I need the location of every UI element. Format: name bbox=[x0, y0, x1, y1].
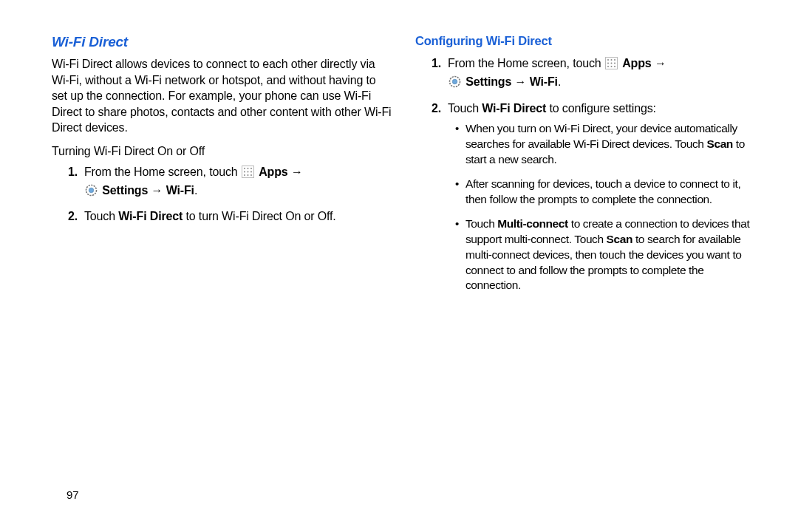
subsection-turning-on-off: Turning Wi-Fi Direct On or Off bbox=[52, 143, 392, 160]
svg-point-23 bbox=[452, 80, 457, 84]
bullet-text: Touch bbox=[466, 217, 497, 230]
bullet-text: When you turn on Wi-Fi Direct, your devi… bbox=[466, 122, 737, 150]
steps-list-left: 1. From the Home screen, touch Apps → Se… bbox=[52, 164, 392, 225]
svg-point-20 bbox=[610, 66, 612, 67]
wifi-direct-bold: Wi-Fi Direct bbox=[118, 210, 183, 222]
svg-point-15 bbox=[614, 59, 615, 61]
period: . bbox=[558, 75, 561, 88]
arrow-icon: → bbox=[655, 57, 666, 69]
svg-point-2 bbox=[247, 168, 248, 169]
wifi-label: Wi-Fi bbox=[166, 184, 194, 197]
section-heading-configuring: Configuring Wi-Fi Direct bbox=[415, 34, 755, 48]
svg-point-1 bbox=[244, 168, 245, 169]
arrow-icon: → bbox=[151, 184, 163, 197]
svg-point-18 bbox=[614, 63, 615, 64]
settings-label: Settings bbox=[466, 75, 511, 88]
svg-point-17 bbox=[610, 63, 612, 64]
step-2: 2. Touch Wi-Fi Direct to configure setti… bbox=[432, 100, 755, 294]
apps-label: Apps bbox=[622, 57, 651, 69]
bullet-text: After scanning for devices, touch a devi… bbox=[466, 177, 740, 205]
step-text: From the Home screen, touch bbox=[84, 166, 241, 178]
settings-label: Settings bbox=[102, 184, 148, 197]
bullet-item: After scanning for devices, touch a devi… bbox=[455, 177, 755, 208]
page-number: 97 bbox=[66, 488, 79, 501]
apps-grid-icon bbox=[605, 57, 618, 74]
scan-bold: Scan bbox=[607, 233, 632, 245]
scan-bold: Scan bbox=[706, 137, 732, 150]
arrow-icon: → bbox=[291, 166, 303, 178]
bullet-item: When you turn on Wi-Fi Direct, your devi… bbox=[455, 121, 755, 168]
svg-point-4 bbox=[244, 171, 245, 172]
step-number: 2. bbox=[68, 208, 78, 225]
svg-point-7 bbox=[244, 174, 245, 176]
svg-point-5 bbox=[247, 171, 248, 172]
manual-page: Wi-Fi Direct Wi-Fi Direct allows devices… bbox=[0, 0, 798, 532]
svg-point-8 bbox=[247, 174, 248, 176]
step-1: 1. From the Home screen, touch Apps → Se… bbox=[432, 55, 755, 93]
bullet-list: When you turn on Wi-Fi Direct, your devi… bbox=[448, 121, 755, 293]
apps-label: Apps bbox=[259, 166, 287, 178]
step-text: Touch bbox=[448, 102, 482, 115]
step-number: 2. bbox=[432, 100, 441, 117]
step-text: From the Home screen, touch bbox=[448, 57, 604, 69]
period: . bbox=[194, 184, 197, 197]
settings-gear-icon bbox=[85, 184, 98, 201]
settings-gear-icon bbox=[449, 75, 461, 92]
step-text: to configure settings: bbox=[546, 102, 656, 115]
bullet-item: Touch Multi-connect to create a connecti… bbox=[455, 216, 755, 294]
step-text: Touch bbox=[84, 210, 118, 222]
multi-connect-bold: Multi-connect bbox=[497, 217, 568, 230]
step-text: to turn Wi-Fi Direct On or Off. bbox=[183, 210, 335, 222]
svg-point-3 bbox=[250, 168, 252, 169]
svg-point-19 bbox=[607, 66, 609, 67]
intro-paragraph: Wi-Fi Direct allows devices to connect t… bbox=[52, 56, 392, 136]
wifi-direct-bold: Wi-Fi Direct bbox=[482, 102, 546, 115]
right-column: Configuring Wi-Fi Direct 1. From the Hom… bbox=[409, 34, 755, 510]
svg-point-6 bbox=[250, 171, 252, 172]
step-number: 1. bbox=[432, 55, 441, 72]
svg-point-9 bbox=[250, 174, 252, 176]
svg-point-14 bbox=[610, 59, 612, 61]
apps-grid-icon bbox=[242, 166, 254, 183]
svg-point-13 bbox=[607, 59, 609, 61]
section-heading-wifi-direct: Wi-Fi Direct bbox=[52, 34, 392, 50]
wifi-label: Wi-Fi bbox=[530, 75, 558, 88]
step-number: 1. bbox=[68, 164, 78, 180]
left-column: Wi-Fi Direct Wi-Fi Direct allows devices… bbox=[52, 34, 409, 510]
arrow-icon: → bbox=[515, 75, 527, 88]
step-2: 2. Touch Wi-Fi Direct to turn Wi-Fi Dire… bbox=[68, 208, 392, 225]
steps-list-right: 1. From the Home screen, touch Apps → Se… bbox=[415, 55, 755, 293]
svg-point-16 bbox=[607, 63, 609, 64]
svg-point-21 bbox=[614, 66, 615, 67]
svg-point-11 bbox=[89, 188, 93, 192]
step-1: 1. From the Home screen, touch Apps → Se… bbox=[68, 164, 392, 202]
